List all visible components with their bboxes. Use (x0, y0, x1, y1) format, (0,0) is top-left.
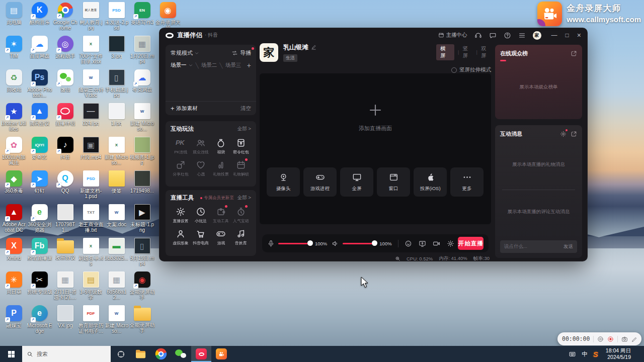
feature-item[interactable]: 人气宝箱 (231, 207, 251, 224)
add-screen-button[interactable]: 添加直播画面 (260, 103, 491, 132)
scene-tab-3[interactable]: 场景三 (225, 62, 242, 69)
feature-item[interactable]: 礼物解锁 (231, 160, 251, 177)
feature-item[interactable]: 直播设置 (171, 207, 191, 224)
desktop-icon[interactable]: ◉金舟录屏大师 (155, 1, 181, 31)
desktop-icon[interactable]: W新建 Microso... (129, 102, 155, 136)
desktop-icon[interactable]: ▣片段.mp4 (78, 136, 104, 169)
start-button[interactable] (0, 346, 22, 362)
mic-volume-slider[interactable] (278, 243, 310, 244)
speaker-icon[interactable] (332, 240, 339, 247)
avatar[interactable]: 家 (533, 31, 541, 40)
source-button[interactable]: 摄像头 (267, 167, 300, 197)
chat-input[interactable]: 说点什么... 发送 (500, 240, 577, 253)
menu-icon[interactable] (518, 32, 526, 39)
desktop-icon[interactable]: PSD未发送-2.psd (104, 1, 129, 35)
feature-item[interactable]: 心愿 (191, 160, 211, 177)
desktop-icon[interactable]: X刷题名单.xls (78, 237, 104, 270)
desktop-icon[interactable]: ➤↗钉钉 (27, 169, 52, 203)
desktop-icon[interactable]: X↗Xmind (1, 237, 27, 270)
desktop-icon[interactable]: ☁↗夸克网盘 (129, 68, 155, 102)
feature-item[interactable]: 福袋 (211, 138, 231, 155)
feature-item[interactable]: 礼物投票 (211, 160, 231, 177)
taskbar-recorder-app[interactable] (211, 346, 231, 362)
taskbar-clock[interactable]: 18:04 周日 2024/5/19 (604, 347, 633, 360)
desktop-icon[interactable]: Q↗QQ (52, 169, 78, 203)
settings-icon[interactable] (447, 240, 454, 247)
add-material-button[interactable]: +添加素材 (171, 105, 198, 112)
feature-item[interactable]: 分享红包 (171, 160, 191, 177)
tray-app-icon[interactable]: S (593, 350, 598, 358)
orientation-3[interactable]: 双屏 (481, 45, 491, 59)
record-button[interactable] (607, 335, 614, 343)
orientation-1[interactable]: 横屏 (436, 44, 454, 60)
video-camera-icon[interactable] (433, 240, 440, 247)
desktop-icon[interactable]: W新建 Microso... (104, 304, 129, 338)
popout-icon[interactable] (571, 50, 577, 57)
source-button[interactable]: 游戏进程 (303, 167, 337, 197)
desktop-icon[interactable]: 170798T1... (52, 203, 78, 237)
desktop-icon[interactable]: ◎↗远程助手 (52, 35, 78, 68)
mode-select[interactable]: 常规模式 (171, 49, 193, 57)
desktop-icon[interactable]: 1719498... (129, 169, 155, 203)
desktop-icon[interactable]: e↗Microsoft Edge (27, 304, 52, 338)
desktop-icon[interactable]: K↗酷狗音乐 (27, 1, 52, 35)
desktop-icon[interactable]: 视频图-1.jpg (129, 136, 155, 169)
desktop-icon[interactable]: ↗Google Chrome (52, 1, 78, 35)
edit-title-icon[interactable] (311, 45, 316, 50)
feature-item[interactable]: 抖音电商 (191, 229, 211, 246)
desktop-icon[interactable]: W随堂三分钟V.doc (78, 68, 104, 102)
desktop-icon[interactable]: PSD新建文档-1.psd (78, 169, 104, 203)
desktop-icon[interactable]: ▲↗腾讯会议 (27, 102, 52, 136)
screenshot-button[interactable] (621, 335, 628, 343)
help-icon[interactable] (504, 32, 511, 39)
desktop-icon[interactable]: ♪↗抖音 (52, 136, 78, 169)
feature-item[interactable]: 小玩法 (191, 207, 211, 224)
desktop-icon[interactable]: 全能录屏助手 (129, 304, 155, 338)
accelerate-icon[interactable] (395, 256, 400, 261)
desktop-icon[interactable]: PDF教育部学历证书电子注册... (78, 304, 104, 338)
chat-icon[interactable] (489, 32, 497, 39)
desktop-icon[interactable]: ▲↗Adobe Acrobat DC (1, 203, 27, 237)
close-button[interactable]: × (577, 31, 581, 39)
desktop-icon[interactable]: ◆↗360杀毒 (1, 169, 27, 203)
taskbar-chrome[interactable] (151, 346, 171, 362)
popout-icon[interactable] (571, 131, 577, 137)
desktop-icon[interactable]: ▦2月1日-答题卡(2).png (52, 270, 78, 304)
source-button[interactable]: 投屏(iOS) (414, 167, 447, 197)
source-button[interactable]: 更多 (450, 167, 484, 197)
orientation-2[interactable]: 竖屏 (462, 45, 472, 59)
feature-item[interactable]: 游戏 (211, 229, 231, 246)
task-view-button[interactable] (111, 346, 131, 362)
clear-button[interactable]: 清空 (240, 105, 251, 112)
taskbar-wechat[interactable] (171, 346, 191, 362)
desktop-icon[interactable]: ▯5月19日.mp4 (129, 237, 155, 270)
touch-keyboard-icon[interactable] (569, 350, 576, 358)
desktop-icon[interactable]: 1.jpg (104, 102, 129, 136)
desktop-icon[interactable]: TXT老王商业直播.txt (78, 203, 104, 237)
desktop-icon[interactable]: ◉↗全能录屏助手 (129, 270, 155, 304)
desktop-icon[interactable]: ↗直播伴侣 (52, 102, 78, 136)
desktop-icon[interactable]: ▯手机截图.jpg (104, 68, 129, 102)
feature-item[interactable]: 观众连线 (191, 138, 211, 155)
desktop-icon[interactable]: ✿↗100以内加减法 (1, 136, 27, 169)
source-button[interactable]: 窗口 (377, 167, 410, 197)
feature-item[interactable]: 密令红包 (231, 138, 251, 155)
preview-area[interactable]: 添加直播画面 摄像头游戏进程全屏窗口投屏(iOS)更多 (260, 73, 491, 224)
pause-button[interactable] (597, 335, 604, 343)
desktop-icon[interactable]: e↗360安全浏览器 (27, 203, 52, 237)
play-panel-more[interactable]: 全部 > (237, 126, 251, 132)
desktop-icon[interactable]: ▤1-6年级数学 (78, 270, 104, 304)
desktop-icon[interactable]: ♻回收站 (1, 68, 27, 102)
desktop-icon[interactable]: Fb↗粉笔直播课 (27, 237, 52, 270)
director-button[interactable]: 导播 (231, 49, 251, 57)
scene-tab-1[interactable]: 场景一 (171, 62, 193, 69)
desktop-icon[interactable]: VX.jpg (52, 304, 78, 338)
desktop-icon[interactable]: ↗微信 (52, 68, 78, 102)
desktop-icon[interactable]: ▦6d56ba12... (104, 270, 129, 304)
beauty-icon[interactable] (405, 240, 412, 247)
desktop-icon[interactable]: P↗融媒宝 (1, 304, 27, 338)
stretch-mode-toggle[interactable]: 竖屏拉伸模式 (431, 66, 491, 73)
annotate-button[interactable] (631, 336, 637, 342)
source-button[interactable]: 全屏 (340, 167, 373, 197)
desktop-icon[interactable]: ▦1月20日.mp4 (129, 35, 155, 68)
